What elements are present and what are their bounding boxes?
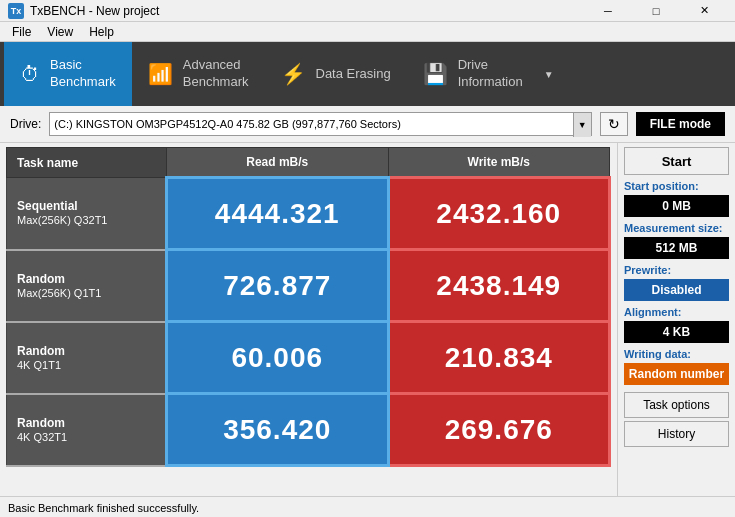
prewrite-value: Disabled bbox=[624, 279, 729, 301]
title-bar: Tx TxBENCH - New project ─ □ ✕ bbox=[0, 0, 735, 22]
task-cell-3: Random 4K Q32T1 bbox=[7, 394, 167, 466]
col-header-read: Read mB/s bbox=[167, 148, 389, 178]
benchmark-area: Task name Read mB/s Write mB/s Sequentia… bbox=[0, 143, 617, 496]
tab-basic-benchmark[interactable]: ⏱ BasicBenchmark bbox=[4, 42, 132, 106]
tab-basic-label: BasicBenchmark bbox=[50, 57, 116, 91]
history-button[interactable]: History bbox=[624, 421, 729, 447]
task-cell-1: Random Max(256K) Q1T1 bbox=[7, 250, 167, 322]
toolbar: ⏱ BasicBenchmark 📶 AdvancedBenchmark ⚡ D… bbox=[0, 42, 735, 106]
title-text: TxBENCH - New project bbox=[30, 4, 585, 18]
tab-advanced-label: AdvancedBenchmark bbox=[183, 57, 249, 91]
tab-data-erasing[interactable]: ⚡ Data Erasing bbox=[265, 42, 407, 106]
app-icon: Tx bbox=[8, 3, 24, 19]
read-value-0: 4444.321 bbox=[215, 198, 340, 229]
write-cell-1: 2438.149 bbox=[388, 250, 610, 322]
start-button[interactable]: Start bbox=[624, 147, 729, 175]
prewrite-label: Prewrite: bbox=[624, 264, 729, 276]
drive-label: Drive: bbox=[10, 117, 41, 131]
chart-icon: 📶 bbox=[148, 64, 173, 84]
read-value-3: 356.420 bbox=[223, 414, 331, 445]
status-bar: Basic Benchmark finished successfully. bbox=[0, 496, 735, 517]
alignment-value: 4 KB bbox=[624, 321, 729, 343]
toolbar-dropdown-arrow[interactable]: ▼ bbox=[539, 42, 559, 106]
writing-data-label: Writing data: bbox=[624, 348, 729, 360]
minimize-button[interactable]: ─ bbox=[585, 0, 631, 22]
drive-icon: 💾 bbox=[423, 64, 448, 84]
table-row: Sequential Max(256K) Q32T1 4444.321 2432… bbox=[7, 178, 610, 250]
start-position-value: 0 MB bbox=[624, 195, 729, 217]
col-header-write: Write mB/s bbox=[388, 148, 610, 178]
drive-dropdown-arrow: ▼ bbox=[573, 113, 591, 137]
menu-file[interactable]: File bbox=[4, 23, 39, 41]
close-button[interactable]: ✕ bbox=[681, 0, 727, 22]
table-row: Random Max(256K) Q1T1 726.877 2438.149 bbox=[7, 250, 610, 322]
drive-row: Drive: (C:) KINGSTON OM3PGP4512Q-A0 475.… bbox=[0, 106, 735, 143]
drive-selector[interactable]: (C:) KINGSTON OM3PGP4512Q-A0 475.82 GB (… bbox=[49, 112, 591, 136]
file-mode-button[interactable]: FILE mode bbox=[636, 112, 725, 136]
menu-help[interactable]: Help bbox=[81, 23, 122, 41]
status-text: Basic Benchmark finished successfully. bbox=[8, 502, 199, 514]
right-panel: Start Start position: 0 MB Measurement s… bbox=[617, 143, 735, 496]
menu-view[interactable]: View bbox=[39, 23, 81, 41]
read-value-1: 726.877 bbox=[223, 270, 331, 301]
write-cell-3: 269.676 bbox=[388, 394, 610, 466]
benchmark-table: Task name Read mB/s Write mB/s Sequentia… bbox=[6, 147, 611, 467]
main-content: Task name Read mB/s Write mB/s Sequentia… bbox=[0, 143, 735, 496]
task-cell-2: Random 4K Q1T1 bbox=[7, 322, 167, 394]
erase-icon: ⚡ bbox=[281, 64, 306, 84]
writing-data-value: Random number bbox=[624, 363, 729, 385]
tab-info-label: DriveInformation bbox=[458, 57, 523, 91]
read-value-2: 60.006 bbox=[231, 342, 323, 373]
task-cell-0: Sequential Max(256K) Q32T1 bbox=[7, 178, 167, 250]
task-options-button[interactable]: Task options bbox=[624, 392, 729, 418]
menu-bar: File View Help bbox=[0, 22, 735, 42]
measurement-size-value: 512 MB bbox=[624, 237, 729, 259]
write-cell-0: 2432.160 bbox=[388, 178, 610, 250]
read-cell-0: 4444.321 bbox=[167, 178, 389, 250]
start-position-label: Start position: bbox=[624, 180, 729, 192]
drive-value: (C:) KINGSTON OM3PGP4512Q-A0 475.82 GB (… bbox=[54, 118, 422, 130]
read-cell-2: 60.006 bbox=[167, 322, 389, 394]
write-value-0: 2432.160 bbox=[436, 198, 561, 229]
read-cell-3: 356.420 bbox=[167, 394, 389, 466]
read-cell-1: 726.877 bbox=[167, 250, 389, 322]
tab-advanced-benchmark[interactable]: 📶 AdvancedBenchmark bbox=[132, 42, 265, 106]
alignment-label: Alignment: bbox=[624, 306, 729, 318]
measurement-size-label: Measurement size: bbox=[624, 222, 729, 234]
table-row: Random 4K Q1T1 60.006 210.834 bbox=[7, 322, 610, 394]
maximize-button[interactable]: □ bbox=[633, 0, 679, 22]
window-controls: ─ □ ✕ bbox=[585, 0, 727, 22]
clock-icon: ⏱ bbox=[20, 64, 40, 84]
table-row: Random 4K Q32T1 356.420 269.676 bbox=[7, 394, 610, 466]
write-value-1: 2438.149 bbox=[436, 270, 561, 301]
write-value-3: 269.676 bbox=[445, 414, 553, 445]
write-value-2: 210.834 bbox=[445, 342, 553, 373]
write-cell-2: 210.834 bbox=[388, 322, 610, 394]
tab-drive-information[interactable]: 💾 DriveInformation bbox=[407, 42, 539, 106]
drive-refresh-button[interactable]: ↻ bbox=[600, 112, 628, 136]
col-header-task: Task name bbox=[7, 148, 167, 178]
tab-erase-label: Data Erasing bbox=[316, 66, 391, 83]
